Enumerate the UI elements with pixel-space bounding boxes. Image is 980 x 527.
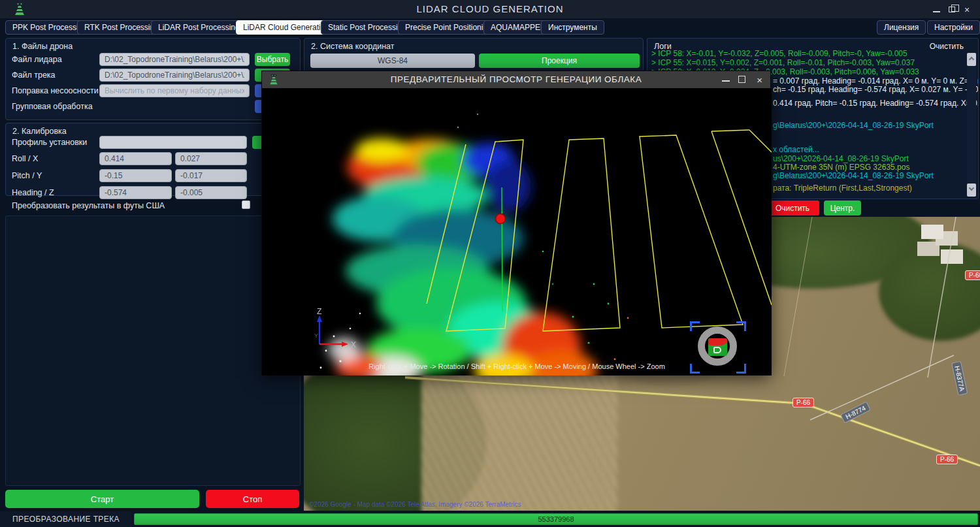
cloud-preview-title: ПРЕДВАРИТЕЛЬНЫЙ ПРОСМОТР ГЕНЕРАЦИИ ОБЛАК… — [262, 74, 770, 84]
heading-z-label: Heading / Z — [12, 188, 54, 197]
tab-bar: PPK Post Processing RTK Post Processing … — [0, 18, 980, 36]
batch-processing-label: Групповая обработка — [12, 102, 93, 111]
pitch-input[interactable] — [99, 169, 172, 182]
log-line: х областей... — [773, 145, 819, 154]
app-title: LIDAR CLOUD GENERATION — [0, 3, 980, 14]
left-panel-empty-area — [5, 216, 301, 486]
status-bar: ПРЕОБРАЗОВАНИЕ ТРЕКА 553379968 — [0, 511, 980, 527]
tab-tools[interactable]: Инструменты — [541, 20, 604, 35]
install-profile-input[interactable] — [99, 136, 247, 149]
track-file-input[interactable] — [99, 69, 250, 82]
coordinate-system-panel: 2. Система координат WGS-84 Проекция — [304, 38, 644, 72]
window-restore-button[interactable] — [949, 6, 958, 14]
lidar-file-browse-button[interactable]: Выбрать — [255, 53, 290, 66]
modal-maximize-button[interactable] — [738, 76, 745, 83]
progress-value: 553379968 — [135, 514, 977, 524]
viewport-controls-hint: Right-click + Move -> Rotation / Shift +… — [262, 362, 772, 370]
log-line: рата: TripleReturn (First,Last,Strongest… — [773, 184, 912, 193]
misalignment-input[interactable] — [99, 84, 250, 97]
settings-button[interactable]: Настройки — [927, 20, 980, 35]
window-close-button[interactable]: × — [964, 6, 973, 14]
log-line: g\Belarus\200+\2026-04-14_08-26-19 SkyPo… — [773, 171, 934, 180]
cloud-preview-window: ПРЕДВАРИТЕЛЬНЫЙ ПРОСМОТР ГЕНЕРАЦИИ ОБЛАК… — [261, 71, 771, 375]
install-profile-label: Профиль установки — [12, 138, 87, 147]
axis-x-label: X — [351, 340, 356, 349]
projection-button[interactable]: Проекция — [479, 54, 640, 68]
bracket-corner — [736, 321, 746, 331]
log-line: ch= -0.15 град. Heading= -0.574 град. X=… — [773, 85, 979, 94]
modal-close-button[interactable]: × — [757, 76, 762, 84]
status-task-label: ПРЕОБРАЗОВАНИЕ ТРЕКА — [0, 511, 132, 527]
wgs84-button[interactable]: WGS-84 — [310, 54, 475, 68]
roll-x-label: Roll / X — [12, 154, 38, 163]
scroll-up-button[interactable] — [967, 53, 976, 66]
us-feet-checkbox[interactable] — [242, 200, 250, 209]
log-line: 0.414 град. Pitch= -0.15 град. Heading= … — [773, 99, 979, 108]
y-offset-input[interactable] — [175, 169, 247, 182]
log-line: 4-UTM-zone 35N (m) EPSG 32635.pos — [773, 163, 909, 172]
road-badge-p66: Р-66 — [792, 398, 814, 407]
license-button[interactable]: Лицензия — [877, 20, 926, 35]
scanner-cube-icon — [708, 338, 727, 356]
axis-y-label: Y — [314, 332, 318, 339]
log-line: > ICP 55: X=0.015, Y=0.002, Z=0.001, Rol… — [651, 58, 915, 67]
track-file-label: Файл трека — [12, 71, 56, 80]
title-bar: LIDAR CLOUD GENERATION × — [0, 0, 980, 18]
modal-minimize-button[interactable] — [722, 76, 730, 82]
coordinate-system-title: 2. Система координат — [311, 42, 394, 51]
progress-bar: 553379968 — [134, 513, 978, 525]
us-feet-checkbox-label: Преобразовать результаты в футы США — [12, 201, 165, 210]
start-stop-row: Старт Стоп — [5, 490, 301, 509]
road-badge-p66: Р-66 — [936, 455, 958, 464]
axis-z-label: Z — [317, 307, 321, 316]
lidar-file-input[interactable] — [99, 53, 250, 66]
window-minimize-button[interactable] — [933, 6, 942, 14]
scroll-down-button[interactable] — [967, 184, 976, 197]
stop-button[interactable]: Стоп — [206, 490, 299, 508]
road-badge-p66: Р-66 — [965, 270, 980, 280]
logs-scrollbar[interactable] — [967, 53, 976, 197]
heading-input[interactable] — [99, 186, 172, 199]
misalignment-label: Поправка несоосности — [12, 86, 99, 95]
roll-input[interactable] — [99, 152, 172, 165]
log-line: > ICP 58: X=-0.01, Y=-0.032, Z=0.005, Ro… — [651, 49, 907, 58]
map-clear-button[interactable]: Очистить — [766, 200, 819, 216]
z-offset-input[interactable] — [175, 186, 247, 199]
lidar-file-label: Файл лидара — [12, 55, 62, 64]
log-line: = 0.007 град. Heading= -0.014 град. X= 0… — [773, 76, 979, 86]
log-line: us\200+\2026-04-14_08-26-19 SkyPort — [773, 154, 909, 163]
calibration-title: 2. Калибровка — [12, 127, 67, 136]
pitch-y-label: Pitch / Y — [12, 171, 42, 180]
position-marker — [496, 214, 506, 224]
drone-files-title: 1. Файлы дрона — [12, 42, 73, 51]
start-button[interactable]: Старт — [5, 490, 199, 508]
logs-clear-link[interactable]: Очистить — [930, 42, 964, 51]
log-line: g\Belarus\200+\2026-04-14_08-26-19 SkyPo… — [773, 121, 934, 130]
map-attribution: ©2026 Google - Map data ©2026 Tele Atlas… — [309, 501, 521, 508]
tab-lidar-post-processing[interactable]: LiDAR Post Processing — [151, 20, 247, 35]
point-cloud-viewport[interactable]: Z X Y Right-click + Move -> Rotation / S… — [262, 88, 772, 375]
x-offset-input[interactable] — [175, 152, 247, 165]
map-center-button[interactable]: Центр. — [824, 200, 861, 216]
bracket-corner — [690, 321, 700, 331]
cloud-preview-titlebar: ПРЕДВАРИТЕЛЬНЫЙ ПРОСМОТР ГЕНЕРАЦИИ ОБЛАК… — [262, 71, 770, 88]
